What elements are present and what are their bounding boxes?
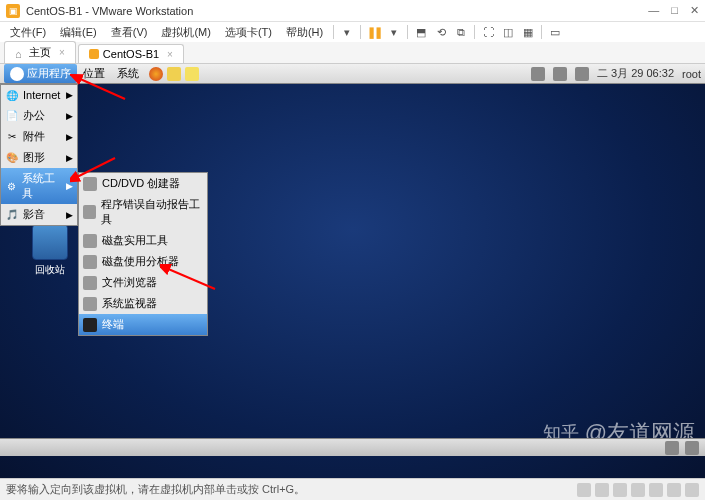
submenu-cddvd[interactable]: CD/DVD 创建器 [79,173,207,194]
appmenu-graphics[interactable]: 🎨图形▶ [1,147,77,168]
snapshot-button[interactable]: ⬒ [412,23,430,41]
device-icon[interactable] [649,483,663,497]
pause-button[interactable]: ❚❚ [365,23,383,41]
submenu-disk-usage[interactable]: 磁盘使用分析器 [79,251,207,272]
unity-button[interactable]: ◫ [499,23,517,41]
chevron-right-icon: ▶ [66,132,73,142]
vmware-statusbar: 要将输入定向到该虚拟机，请在虚拟机内部单击或按 Ctrl+G。 [0,478,705,500]
submenu-disk-utility[interactable]: 磁盘实用工具 [79,230,207,251]
trash-icon [32,224,68,260]
appmenu-office[interactable]: 📄办公▶ [1,105,77,126]
gnome-applications-menu[interactable]: 应用程序 [4,64,77,83]
separator [474,25,475,39]
power-dropdown-button[interactable]: ▾ [338,23,356,41]
submenu-system-monitor[interactable]: 系统监视器 [79,293,207,314]
window-titlebar: ▣ CentOS-B1 - VMware Workstation — □ ✕ [0,0,705,22]
thumbnail-button[interactable]: ▦ [519,23,537,41]
disk-icon [83,234,97,248]
pause-dropdown[interactable]: ▾ [385,23,403,41]
monitor-icon [83,297,97,311]
menu-help[interactable]: 帮助(H) [280,23,329,42]
volume-icon[interactable] [575,67,589,81]
system-tools-icon: ⚙ [5,179,18,193]
chart-icon [83,255,97,269]
vm-icon [89,49,99,59]
appmenu-internet[interactable]: 🌐Internet▶ [1,85,77,105]
gnome-places-menu[interactable]: 位置 [77,64,111,83]
gnome-panel: 应用程序 位置 系统 二 3月 29 06:32 root [0,64,705,84]
multimedia-icon: 🎵 [5,208,19,222]
note-icon[interactable] [185,67,199,81]
vmware-menubar: 文件(F) 编辑(E) 查看(V) 虚拟机(M) 选项卡(T) 帮助(H) ▾ … [0,22,705,42]
graphics-icon: 🎨 [5,151,19,165]
tab-home[interactable]: ⌂ 主页 × [4,41,76,63]
device-icon[interactable] [685,483,699,497]
network-icon[interactable] [553,67,567,81]
minimize-button[interactable]: — [648,4,659,17]
vm-display[interactable]: 应用程序 位置 系统 二 3月 29 06:32 root 🌐Internet▶… [0,64,705,478]
separator [407,25,408,39]
gnome-system-label: 系统 [117,66,139,81]
tab-close-icon[interactable]: × [59,47,65,58]
close-button[interactable]: ✕ [690,4,699,17]
submenu-abrt[interactable]: 程序错误自动报告工具 [79,194,207,230]
workspace-switcher[interactable] [665,441,679,455]
firefox-icon[interactable] [149,67,163,81]
gnome-apps-label: 应用程序 [27,66,71,81]
trash-label: 回收站 [35,264,65,275]
launcher-icon[interactable] [167,67,181,81]
chevron-right-icon: ▶ [66,90,73,100]
globe-icon: 🌐 [5,88,19,102]
tab-close-icon[interactable]: × [167,49,173,60]
menu-view[interactable]: 查看(V) [105,23,154,42]
trash-applet-icon[interactable] [685,441,699,455]
menu-edit[interactable]: 编辑(E) [54,23,103,42]
window-controls: — □ ✕ [648,4,699,17]
bug-icon [83,205,96,219]
menu-tabs[interactable]: 选项卡(T) [219,23,278,42]
system-tools-submenu: CD/DVD 创建器 程序错误自动报告工具 磁盘实用工具 磁盘使用分析器 文件浏… [78,172,208,336]
separator [333,25,334,39]
menu-file[interactable]: 文件(F) [4,23,52,42]
separator [360,25,361,39]
disc-icon [83,177,97,191]
appmenu-system-tools[interactable]: ⚙系统工具▶ [1,168,77,204]
status-hint: 要将输入定向到该虚拟机，请在虚拟机内部单击或按 Ctrl+G。 [6,482,305,497]
foot-icon [10,67,24,81]
gnome-system-menu[interactable]: 系统 [111,64,145,83]
chevron-right-icon: ▶ [66,153,73,163]
appmenu-multimedia[interactable]: 🎵影音▶ [1,204,77,225]
menu-vm[interactable]: 虚拟机(M) [155,23,217,42]
update-icon[interactable] [531,67,545,81]
library-button[interactable]: ▭ [546,23,564,41]
appmenu-accessories[interactable]: ✂附件▶ [1,126,77,147]
applications-menu-popup: 🌐Internet▶ 📄办公▶ ✂附件▶ 🎨图形▶ ⚙系统工具▶ 🎵影音▶ [0,84,78,226]
chevron-right-icon: ▶ [66,111,73,121]
separator [541,25,542,39]
vm-device-icons [577,483,699,497]
chevron-right-icon: ▶ [66,181,73,191]
chevron-right-icon: ▶ [66,210,73,220]
window-title: CentOS-B1 - VMware Workstation [26,5,193,17]
revert-button[interactable]: ⟲ [432,23,450,41]
office-icon: 📄 [5,109,19,123]
terminal-icon [83,318,97,332]
home-icon: ⌂ [15,48,25,58]
device-icon[interactable] [631,483,645,497]
device-icon[interactable] [667,483,681,497]
maximize-button[interactable]: □ [671,4,678,17]
manage-snapshot-button[interactable]: ⧉ [452,23,470,41]
submenu-terminal[interactable]: 终端 [79,314,207,335]
gnome-tray: 二 3月 29 06:32 root [531,66,701,81]
device-icon[interactable] [613,483,627,497]
submenu-file-browser[interactable]: 文件浏览器 [79,272,207,293]
gnome-clock[interactable]: 二 3月 29 06:32 [597,66,674,81]
vmware-tabbar: ⌂ 主页 × CentOS-B1 × [0,42,705,64]
fullscreen-button[interactable]: ⛶ [479,23,497,41]
tab-vm[interactable]: CentOS-B1 × [78,44,184,63]
device-icon[interactable] [595,483,609,497]
gnome-user[interactable]: root [682,68,701,80]
desktop-trash[interactable]: 回收站 [28,224,72,277]
device-icon[interactable] [577,483,591,497]
tab-vm-label: CentOS-B1 [103,48,159,60]
